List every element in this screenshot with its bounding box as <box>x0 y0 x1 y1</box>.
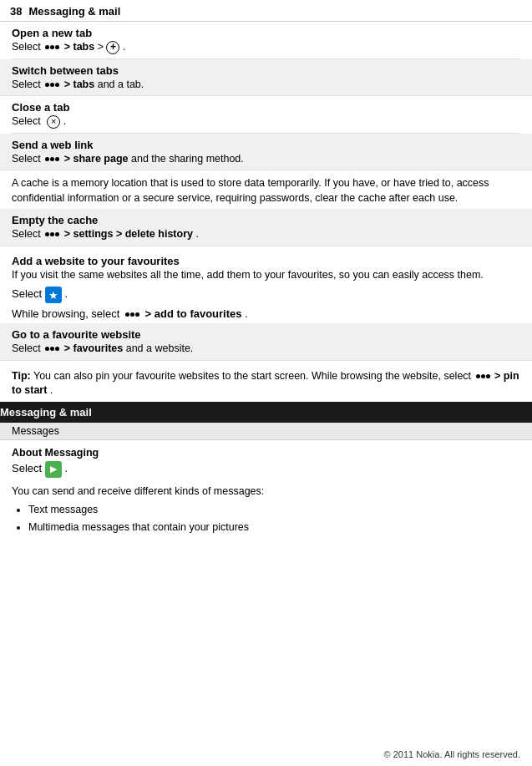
close-tab-body: Select × . <box>12 115 66 127</box>
while-browsing-row: While browsing, select > add to favourit… <box>12 305 520 323</box>
dots-icon-6 <box>45 347 59 351</box>
delete-history-keyword: > delete history <box>116 228 193 240</box>
tip-block: Tip: You can also pin your favourite web… <box>12 364 520 402</box>
tabs-keyword-2: > tabs <box>64 79 94 90</box>
list-item: Multimedia messages that contain your pi… <box>28 519 520 536</box>
messages-sub-header: Messages <box>0 423 532 440</box>
switch-tabs-section: Switch between tabs Select > tabs and a … <box>0 59 532 97</box>
select-label: Select <box>12 41 41 53</box>
open-new-tab-body: Select > tabs > + . <box>12 41 125 53</box>
about-heading-text: About Messaging <box>12 447 99 459</box>
page-number: 38 <box>10 5 22 18</box>
open-new-tab-heading: Open a new tab <box>12 27 520 39</box>
page-title: Messaging & mail <box>28 5 120 18</box>
send-web-link-section: Send a web link Select > share page and … <box>0 134 532 171</box>
main-content: Open a new tab Select > tabs > + . Switc… <box>0 22 532 402</box>
empty-cache-body: Select > settings > delete history . <box>12 228 199 240</box>
add-favourites-select: Select ★ . <box>12 284 520 305</box>
arrow-text: > <box>98 41 107 53</box>
footer: © 2011 Nokia. All rights reserved. <box>384 749 520 759</box>
select-label-8: Select <box>12 462 45 474</box>
empty-cache-heading: Empty the cache <box>12 214 520 226</box>
messaging-content: Messages About Messaging Select ▶ . You … <box>0 423 532 536</box>
select-label-6: Select <box>12 288 45 301</box>
star-blue-icon: ★ <box>45 287 62 303</box>
about-messaging-select: Select ▶ . <box>12 459 520 480</box>
settings-keyword: > settings <box>64 228 114 240</box>
period-6: . <box>50 384 53 396</box>
bullet-list: Text messages Multimedia messages that c… <box>12 501 520 536</box>
send-web-link-heading: Send a web link <box>12 139 520 151</box>
and-tab: and a tab. <box>98 79 144 90</box>
messaging-title: Messaging & mail <box>0 406 92 419</box>
dots-icon <box>45 45 59 49</box>
select-label-7: Select <box>12 342 41 354</box>
add-favourites-intro: If you visit the same websites all the t… <box>12 269 484 281</box>
add-favourites-section: Add a website to your favourites If you … <box>12 251 520 324</box>
and-sharing: and the sharing method. <box>131 153 244 165</box>
goto-favourite-section: Go to a favourite website Select > favou… <box>0 323 532 361</box>
footer-text: © 2011 Nokia. All rights reserved. <box>384 749 520 759</box>
tabs-keyword: > tabs <box>64 41 94 53</box>
while-browsing-text: While browsing, select <box>12 307 119 320</box>
select-label-4: Select <box>12 153 41 165</box>
cache-paragraph: A cache is a memory location that is use… <box>12 170 520 209</box>
goto-favourite-heading: Go to a favourite website <box>12 328 520 341</box>
period-7: . <box>64 462 68 474</box>
period: . <box>123 41 125 53</box>
select-label-3: Select <box>12 115 41 127</box>
about-messaging-section: About Messaging Select ▶ . <box>12 440 520 482</box>
messaging-section-header: Messaging & mail <box>0 402 532 423</box>
dots-icon-7 <box>476 374 490 378</box>
plus-icon: + <box>106 41 119 54</box>
dots-icon-5 <box>125 312 139 317</box>
messages-sub-title: Messages <box>12 425 59 437</box>
share-page-keyword: > share page <box>64 153 129 165</box>
close-tab-heading: Close a tab <box>12 101 520 114</box>
period-5: . <box>245 307 248 320</box>
switch-tabs-body: Select > tabs and a tab. <box>12 79 144 90</box>
tip-text: You can also pin your favourite websites… <box>33 370 471 382</box>
x-icon: × <box>47 115 60 129</box>
dots-icon-4 <box>45 232 59 236</box>
about-messaging-heading: About Messaging <box>12 444 520 459</box>
select-label-2: Select <box>12 79 41 90</box>
cache-text: A cache is a memory location that is use… <box>12 177 489 204</box>
bullet-text-1: Text messages <box>28 504 98 515</box>
message-green-icon: ▶ <box>45 461 62 478</box>
and-website: and a website. <box>126 342 194 354</box>
page-header: 38 Messaging & mail <box>0 0 532 22</box>
list-item: Text messages <box>28 501 520 519</box>
close-tab-section: Close a tab Select × . <box>12 96 520 134</box>
tip-label: Tip: <box>12 370 31 382</box>
select-label-5: Select <box>12 228 41 240</box>
send-web-link-body: Select > share page and the sharing meth… <box>12 153 244 165</box>
favourites-keyword: > favourites <box>64 342 124 354</box>
open-new-tab-section: Open a new tab Select > tabs > + . <box>12 22 520 59</box>
dots-icon-2 <box>45 83 59 87</box>
switch-tabs-heading: Switch between tabs <box>12 64 520 77</box>
goto-favourite-body: Select > favourites and a website. <box>12 342 193 354</box>
add-to-favourites-keyword: > add to favourites <box>145 307 242 320</box>
bullet-text-2: Multimedia messages that contain your pi… <box>28 521 249 533</box>
empty-cache-section: Empty the cache Select > settings > dele… <box>0 209 532 246</box>
dots-icon-3 <box>45 157 59 161</box>
add-favourites-heading: Add a website to your favourites <box>12 255 520 267</box>
about-para: You can send and receive different kinds… <box>12 482 520 501</box>
about-para-text: You can send and receive different kinds… <box>12 485 264 497</box>
period-2: . <box>63 115 66 127</box>
period-3: . <box>195 228 198 240</box>
period-4: . <box>64 288 68 301</box>
